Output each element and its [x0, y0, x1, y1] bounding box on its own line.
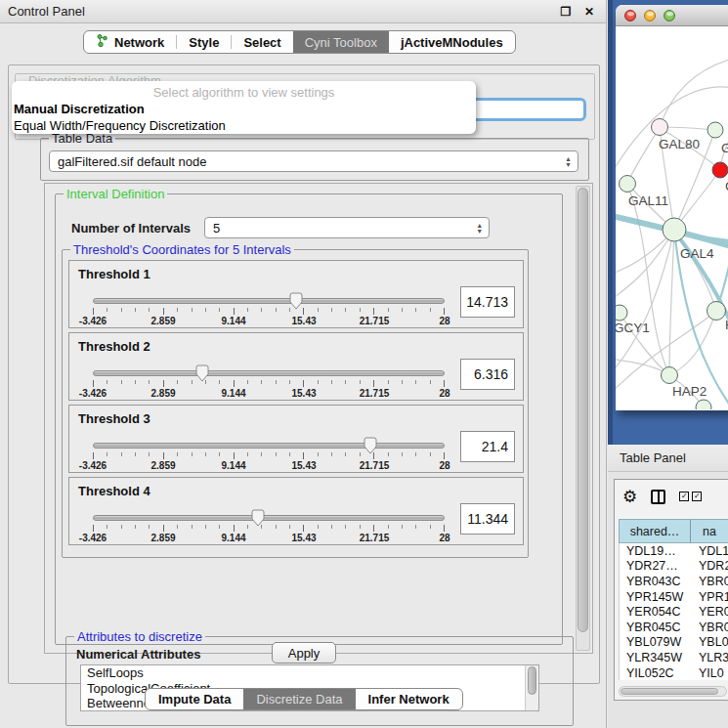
threshold-3-value-field[interactable]: 21.4 [460, 431, 515, 462]
scrollbar-thumb[interactable] [578, 188, 588, 632]
panel-title: Control Panel [8, 4, 551, 19]
desktop-background: GAL80 GA C GAL11 GAL4 GCY1 H HAP2 [608, 0, 728, 445]
window-edge-shadow [608, 0, 613, 445]
table-row[interactable]: YBL079WYBL0 [620, 635, 728, 651]
table-cell[interactable]: YIL052C [620, 665, 692, 681]
table-cell[interactable]: YIL0 [692, 665, 728, 681]
table-panel-titlebar: Table Panel [608, 445, 728, 472]
table-row[interactable]: YER054CYER0 [620, 604, 728, 620]
table-row[interactable]: YLR345WYLR3 [620, 650, 728, 665]
tab-discretize-data[interactable]: Discretize Data [243, 689, 355, 709]
threshold-1-value-field[interactable]: 14.713 [460, 286, 515, 318]
table-panel-title: Table Panel [620, 450, 686, 465]
table-cell[interactable]: YER0 [692, 604, 728, 620]
tab-infer-network[interactable]: Infer Network [356, 689, 462, 709]
close-traffic-light-icon[interactable] [624, 10, 636, 21]
checkbox-icon[interactable]: ✓ [679, 492, 689, 501]
interval-definition-group: Interval Definition Number of Intervals … [55, 193, 563, 645]
tab-select-label: Select [243, 35, 280, 50]
network-graph: GAL80 GA C GAL11 GAL4 GCY1 H HAP2 [616, 26, 728, 409]
table-row[interactable]: YDL19…YDL1 [620, 543, 728, 559]
tick-label: 15.43 [291, 388, 316, 399]
algorithm-option-equal-width[interactable]: Equal Width/Frequency Discretization [12, 117, 476, 134]
node-label-gal80: GAL80 [659, 137, 700, 151]
thresholds-group-title: Threshold's Coordinates for 5 Intervals [70, 242, 294, 257]
table-header-row: shared… na [619, 519, 728, 543]
algorithm-placeholder-option[interactable]: Select algorithm to view settings [12, 84, 476, 101]
slider-track[interactable] [93, 370, 445, 376]
table-cell[interactable]: YBR045C [620, 620, 692, 635]
network-window[interactable]: GAL80 GA C GAL11 GAL4 GCY1 H HAP2 [616, 5, 728, 410]
table-row[interactable]: YBR043CYBR0 [620, 574, 728, 589]
list-item[interactable]: SelfLoops [81, 665, 538, 681]
table-cell[interactable]: YDL19… [620, 543, 692, 559]
table-row[interactable]: YDR27…YDR2 [620, 559, 728, 575]
network-canvas[interactable]: GAL80 GA C GAL11 GAL4 GCY1 H HAP2 [616, 26, 728, 409]
node-label-gcy1: GCY1 [616, 321, 650, 335]
settings-vertical-scrollbar[interactable] [576, 186, 590, 651]
tab-select[interactable]: Select [232, 31, 292, 53]
close-window-icon[interactable]: ✕ [580, 4, 598, 20]
column-header-name[interactable]: na [691, 519, 728, 543]
scrollbar-thumb[interactable] [621, 688, 718, 695]
tick-label: -3.426 [79, 388, 107, 399]
columns-icon[interactable] [651, 490, 665, 504]
minimize-traffic-light-icon[interactable] [644, 10, 656, 21]
tick-label: 2.859 [150, 388, 175, 399]
threshold-3-label: Threshold 3 [78, 411, 150, 426]
tab-cyni-toolbox[interactable]: Cyni Toolbox [293, 31, 389, 53]
table-data-combobox[interactable]: galFiltered.sif default node ▲▼ [49, 150, 578, 172]
node-label-gal11: GAL11 [628, 193, 668, 208]
table-cell[interactable]: YBR0 [692, 620, 728, 635]
control-panel: Control Panel ❐ ✕ Network Style Select C… [0, 0, 607, 728]
threshold-1-slider[interactable]: -3.426 2.859 9.144 15.43 21.715 28 [93, 294, 445, 323]
number-of-intervals-combobox[interactable]: 5 ▲▼ [204, 217, 490, 238]
threshold-2-value-field[interactable]: 6.316 [460, 359, 515, 390]
scrollbar-thumb[interactable] [528, 666, 536, 695]
float-window-icon[interactable]: ❐ [557, 4, 575, 20]
tab-network[interactable]: Network [84, 31, 176, 53]
table-cell[interactable]: YDR2 [692, 559, 728, 575]
threshold-2-slider[interactable]: -3.426 2.859 9.144 15.43 21.715 28 [93, 366, 445, 396]
threshold-4-slider[interactable]: -3.426 2.859 9.144 15.43 21.715 28 [93, 511, 445, 540]
table-cell[interactable]: YLR345W [620, 650, 692, 665]
zoom-traffic-light-icon[interactable] [664, 10, 675, 21]
slider-track[interactable] [93, 298, 445, 304]
network-icon [96, 33, 108, 51]
gear-icon[interactable]: ⚙ [622, 489, 637, 505]
table-row[interactable]: YBR045CYBR0 [620, 620, 728, 635]
slider-track[interactable] [93, 515, 445, 521]
network-window-titlebar[interactable] [616, 5, 728, 26]
algorithm-option-manual[interactable]: Manual Discretization [12, 101, 476, 117]
tab-cyni-toolbox-label: Cyni Toolbox [305, 35, 377, 50]
table-row[interactable]: YPR145WYPR1 [620, 589, 728, 605]
threshold-4-value-field[interactable]: 11.344 [460, 503, 515, 535]
table-cell[interactable]: YPR145W [620, 589, 692, 605]
table-cell[interactable]: YPR1 [692, 589, 728, 605]
threshold-3-slider[interactable]: -3.426 2.859 9.144 15.43 21.715 28 [93, 439, 445, 468]
table-cell[interactable]: YBL079W [620, 635, 692, 651]
tick-label: 9.144 [221, 460, 245, 471]
tab-style[interactable]: Style [177, 31, 231, 53]
checkbox-icon[interactable]: ✓ [692, 492, 702, 501]
column-header-shared[interactable]: shared… [619, 519, 691, 543]
tab-jactivemnodules[interactable]: jActiveMNodules [389, 31, 515, 53]
table-cell[interactable]: YDR27… [620, 559, 692, 575]
table-cell[interactable]: YLR3 [692, 650, 728, 665]
table-cell[interactable]: YDL1 [692, 543, 728, 559]
slider-tick-labels: -3.426 2.859 9.144 15.43 21.715 28 [93, 533, 445, 543]
threshold-4-panel: Threshold 4 -3.426 2.859 9.144 [68, 477, 524, 545]
slider-tick-labels: -3.426 2.859 9.144 15.43 21.715 28 [93, 388, 445, 399]
table-toolbar: ⚙ ✓ ✓ [615, 480, 728, 513]
right-area: GAL80 GA C GAL11 GAL4 GCY1 H HAP2 Table … [608, 0, 728, 728]
slider-track[interactable] [93, 443, 445, 449]
attributes-scrollbar[interactable] [525, 665, 538, 710]
table-cell[interactable]: YER054C [620, 604, 692, 620]
table-horizontal-scrollbar[interactable] [619, 686, 727, 697]
table-cell[interactable]: YBR0 [692, 574, 728, 589]
table-cell[interactable]: YBR043C [620, 574, 692, 589]
table-row[interactable]: YIL052CYIL0 [620, 665, 728, 681]
tab-impute-data[interactable]: Impute Data [146, 689, 243, 709]
apply-button[interactable]: Apply [272, 642, 336, 664]
table-cell[interactable]: YBL0 [692, 635, 728, 651]
